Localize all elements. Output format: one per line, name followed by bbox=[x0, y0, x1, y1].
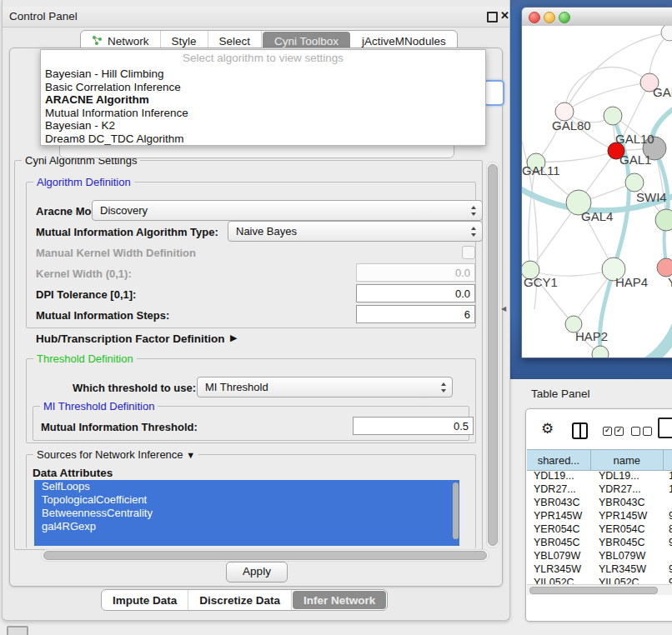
network-window-titlebar[interactable] bbox=[522, 8, 672, 27]
collapse-down-icon[interactable]: ▼ bbox=[186, 450, 195, 460]
network-graph: GAL GAL80 GAL10 GAL1 GAL11 SWI4 GAL4 GCY… bbox=[522, 26, 672, 358]
settings-horizontal-scrollbar-thumb[interactable] bbox=[43, 551, 487, 560]
zoom-traffic-light-icon[interactable] bbox=[559, 12, 570, 23]
table-panel: ⚙ ✓ ✓ shared... name YDL19...YDL19...13 … bbox=[525, 408, 672, 622]
settings-vertical-scrollbar-thumb[interactable] bbox=[488, 164, 498, 546]
network-node[interactable] bbox=[625, 173, 644, 192]
network-node[interactable] bbox=[604, 107, 622, 125]
gear-icon[interactable]: ⚙ bbox=[541, 420, 554, 437]
mi-threshold-label: Mutual Information Threshold: bbox=[41, 421, 198, 433]
split-columns-icon[interactable] bbox=[572, 422, 588, 439]
cell: 13 bbox=[665, 470, 672, 483]
minimize-traffic-light-icon[interactable] bbox=[544, 12, 555, 23]
manual-kernel-width-checkbox[interactable] bbox=[462, 246, 475, 259]
table-row[interactable]: YBR045CYBR045C9. bbox=[527, 537, 672, 550]
close-icon[interactable]: ✕ bbox=[500, 9, 509, 22]
algorithm-option[interactable]: Basic Correlation Inference bbox=[41, 81, 485, 94]
collapsed-panel-icon[interactable] bbox=[7, 626, 28, 635]
node-label: HAP4 bbox=[615, 275, 648, 289]
table-row[interactable]: YDR27...YDR27...12 bbox=[527, 483, 672, 497]
network-node[interactable] bbox=[661, 26, 672, 41]
attribute-item-selected[interactable]: TopologicalCoefficient bbox=[34, 493, 459, 507]
table-row[interactable]: YLR345WYLR345W9. bbox=[527, 563, 672, 577]
deselect-all-columns-icon[interactable] bbox=[631, 427, 652, 436]
panel-splitter-handle[interactable]: ◀ bbox=[501, 305, 506, 312]
tab-infer-network[interactable]: Infer Network bbox=[293, 591, 386, 609]
attribute-list-scrollbar-thumb[interactable] bbox=[453, 482, 459, 539]
table-horizontal-scrollbar[interactable] bbox=[527, 584, 672, 595]
tab-discretize-data-label: Discretize Data bbox=[199, 594, 280, 607]
stepper-arrows-icon bbox=[441, 382, 447, 392]
checked-box-icon: ✓ bbox=[603, 427, 612, 436]
table-row[interactable]: YER054CYER054C8. bbox=[527, 523, 672, 537]
mi-steps-field[interactable] bbox=[356, 305, 475, 323]
table-panel-title: Table Panel bbox=[531, 388, 590, 400]
focused-combobox-fragment[interactable] bbox=[484, 80, 504, 106]
cell: YDR27... bbox=[592, 483, 665, 497]
control-panel-window: Control Panel ✕ Network Style Select Cyn… bbox=[2, 0, 510, 621]
bottom-tab-bar: Impute Data Discretize Data Infer Networ… bbox=[101, 589, 388, 611]
control-panel-titlebar[interactable]: Control Panel ✕ bbox=[3, 7, 509, 28]
kernel-width-field[interactable] bbox=[356, 263, 475, 282]
column-header[interactable]: name bbox=[591, 450, 664, 470]
sources-title: Sources for Network Inference ▼ bbox=[33, 448, 198, 461]
algorithm-option[interactable]: Bayesian - Hill Climbing bbox=[41, 68, 485, 81]
tab-impute-data[interactable]: Impute Data bbox=[102, 590, 188, 610]
dpi-tolerance-label: DPI Tolerance [0,1]: bbox=[36, 288, 136, 301]
table-row[interactable]: YPR145WYPR145W9. bbox=[527, 510, 672, 523]
apply-button[interactable]: Apply bbox=[226, 562, 288, 582]
select-all-columns-icon[interactable]: ✓ ✓ bbox=[603, 427, 624, 436]
tab-infer-network-label: Infer Network bbox=[303, 594, 375, 607]
settings-vertical-scrollbar[interactable] bbox=[486, 162, 499, 548]
algorithm-dropdown-popup: Select algorithm to view settings Bayesi… bbox=[40, 49, 486, 146]
mi-threshold-definition-title: MI Threshold Definition bbox=[40, 400, 158, 412]
mi-algorithm-type-value: Naive Bayes bbox=[236, 225, 297, 238]
attribute-item-selected[interactable]: SelfLoops bbox=[34, 480, 459, 493]
algorithm-option[interactable]: Bayesian - K2 bbox=[41, 119, 485, 132]
network-canvas[interactable]: GAL GAL80 GAL10 GAL1 GAL11 SWI4 GAL4 GCY… bbox=[522, 26, 672, 358]
network-node[interactable] bbox=[592, 346, 609, 358]
node-label: SWI4 bbox=[636, 190, 667, 204]
table-row[interactable]: YDL19...YDL19...13 bbox=[527, 470, 672, 483]
manual-kernel-width-label: Manual Kernel Width Definition bbox=[36, 247, 196, 259]
settings-horizontal-scrollbar[interactable] bbox=[41, 549, 489, 562]
node-label: GAL bbox=[653, 85, 672, 99]
export-table-icon[interactable] bbox=[658, 418, 672, 438]
node-label: GAL4 bbox=[581, 209, 613, 223]
checked-box-icon: ✓ bbox=[614, 427, 624, 436]
mi-algorithm-type-combobox[interactable]: Naive Bayes bbox=[228, 221, 483, 242]
column-header[interactable] bbox=[664, 450, 672, 470]
aracne-mode-combobox[interactable]: Discovery bbox=[92, 200, 483, 221]
unchecked-box-icon bbox=[643, 427, 652, 436]
network-node[interactable] bbox=[657, 258, 672, 277]
algorithm-option[interactable]: Dream8 DC_TDC Algorithm bbox=[41, 132, 485, 146]
tab-network-label: Network bbox=[108, 35, 149, 48]
column-header[interactable]: shared... bbox=[527, 450, 591, 470]
cell: YPR145W bbox=[592, 510, 665, 523]
hub-section-label: Hub/Transcription Factor Definition bbox=[36, 332, 225, 345]
network-node[interactable] bbox=[655, 209, 672, 231]
table-row[interactable]: YBR043CYBR043C bbox=[527, 497, 672, 510]
tab-discretize-data[interactable]: Discretize Data bbox=[188, 590, 292, 610]
sources-title-text: Sources for Network Inference bbox=[37, 448, 183, 461]
cell: YDL19... bbox=[527, 470, 592, 483]
tab-style-label: Style bbox=[172, 35, 197, 48]
tab-impute-data-label: Impute Data bbox=[113, 594, 177, 607]
attribute-item-selected[interactable]: BetweennessCentrality bbox=[34, 507, 459, 520]
which-threshold-combobox[interactable]: MI Threshold bbox=[197, 377, 453, 398]
algorithm-option-highlighted[interactable]: ARACNE Algorithm bbox=[41, 93, 485, 107]
collapse-right-icon[interactable]: ▶ bbox=[230, 332, 237, 343]
cell: 9. bbox=[665, 510, 672, 523]
table-row[interactable]: YIL052CYIL052C9 bbox=[527, 577, 672, 584]
cell: YDL19... bbox=[592, 470, 665, 483]
unchecked-box-icon bbox=[631, 427, 640, 436]
algorithm-option[interactable]: Mutual Information Inference bbox=[41, 107, 485, 120]
cell: 8. bbox=[665, 523, 672, 537]
table-row[interactable]: YBL079WYBL079W bbox=[527, 550, 672, 563]
attribute-item-selected[interactable]: gal4RGexp bbox=[34, 520, 459, 533]
mi-threshold-field[interactable] bbox=[353, 417, 474, 435]
close-traffic-light-icon[interactable] bbox=[529, 12, 540, 23]
float-window-icon[interactable] bbox=[487, 12, 498, 22]
dpi-tolerance-field[interactable] bbox=[356, 284, 475, 302]
table-horizontal-scrollbar-thumb[interactable] bbox=[529, 587, 658, 594]
